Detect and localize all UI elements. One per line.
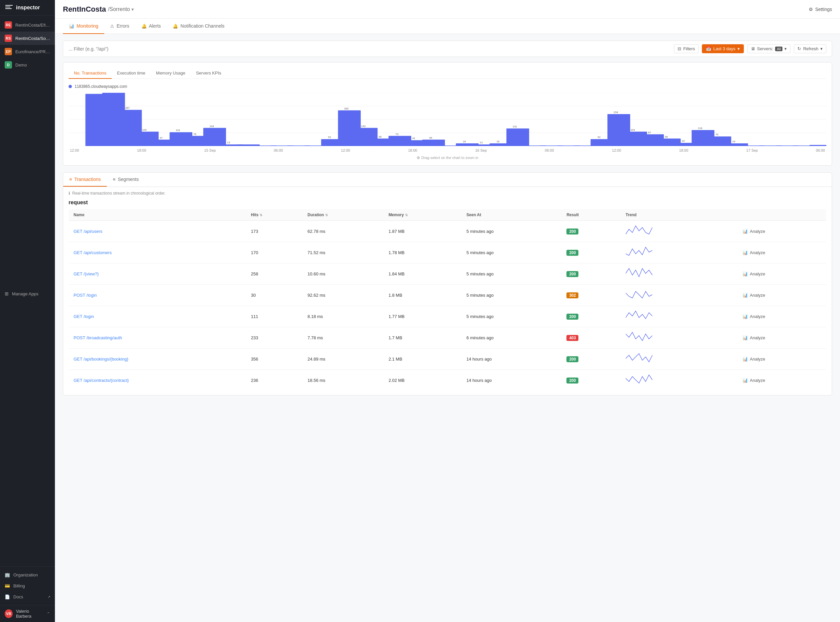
analyze-button[interactable]: 📊 Analyze [742,229,822,234]
user-name: Valerio Barbera [16,609,43,619]
date-range-button[interactable]: 📅 Last 3 days ▾ [702,44,744,53]
status-badge: 200 [567,271,579,277]
analyze-label: Analyze [750,357,765,361]
status-badge: 403 [567,335,579,341]
svg-text:19: 19 [463,140,466,143]
chart-tab-execution-time[interactable]: Execution time [112,68,151,79]
col-label: Duration [307,213,324,217]
sidebar-bottom: 🏢 Organization 💳 Billing 📄 Docs ↗ [0,566,55,605]
analyze-button[interactable]: 📊 Analyze [742,335,822,340]
chart-area[interactable]: 3843922671044710176134135226213355734145… [69,93,826,152]
app-name: inspector [16,5,40,11]
sort-icon[interactable]: ⇅ [260,213,262,217]
transaction-link[interactable]: GET /login [73,314,94,319]
tab-alerts[interactable]: 🔔 Alerts [136,18,167,34]
sidebar-item-demo[interactable]: D Demo [0,58,55,72]
chart-tab-no-transactions[interactable]: No. Transactions [69,68,112,79]
table-header-row: NameHits ⇅Duration ⇅Memory ⇅Seen AtResul… [69,209,826,221]
svg-text:134: 134 [209,125,214,128]
cell-duration: 62.78 ms [303,221,384,242]
cell-trend [621,285,738,306]
servers-button[interactable]: 🖥 Servers: All ▾ [747,44,791,53]
analyze-button[interactable]: 📊 Analyze [742,314,822,319]
transaction-link[interactable]: GET /api/bookings/{booking} [73,357,128,361]
analyze-button[interactable]: 📊 Analyze [742,357,822,361]
transaction-link[interactable]: GET /api/users [73,229,102,234]
avatar-initials: VB [6,612,11,616]
cell-duration: 18.56 ms [303,370,384,391]
gear-icon: ⚙ [809,7,813,12]
svg-text:19: 19 [732,140,735,143]
cell-trend [621,264,738,285]
svg-rect-78 [809,145,826,146]
header-hits[interactable]: Hits ⇅ [246,209,303,221]
tab-errors[interactable]: ⚠ Errors [104,18,135,34]
transaction-link[interactable]: POST /login [73,293,97,298]
branch-chevron-icon[interactable]: ▾ [131,7,134,12]
x-axis-label: 12:00 [612,148,622,152]
filter-input[interactable] [69,46,670,52]
transaction-link[interactable]: GET /api/contracts/{contract} [73,378,129,383]
transaction-link[interactable]: GET /api/customers [73,250,112,255]
tab-notification-channels[interactable]: 🔔 Notification Channels [167,18,230,34]
analyze-icon: 📊 [742,378,748,383]
chart-tabs: No. TransactionsExecution timeMemory Usa… [69,68,826,79]
analyze-button[interactable]: 📊 Analyze [742,271,822,276]
sort-icon[interactable]: ⇅ [325,213,328,217]
chart-tab-memory-usage[interactable]: Memory Usage [151,68,191,79]
analyze-button[interactable]: 📊 Analyze [742,293,822,298]
x-axis-label: 15 Sep [204,148,216,152]
cell-analyze: 📊 Analyze [738,306,826,327]
sidebar-item-rentincosta-sorr[interactable]: RS RentInCosta/Sorr... [0,32,55,45]
tab-label: Errors [116,23,129,29]
cell-hits: 173 [246,221,303,242]
avatar: VB [5,609,13,618]
sidebar-item-organization[interactable]: 🏢 Organization [0,569,55,581]
sidebar-item-billing[interactable]: 💳 Billing [0,581,55,592]
chevron-down-icon: ⌃ [47,611,50,616]
svg-text:101: 101 [176,129,180,132]
cell-analyze: 📊 Analyze [738,327,826,349]
header-duration[interactable]: Duration ⇅ [303,209,384,221]
sparkline [626,245,659,259]
chart-hint-text: Drag-select on the chart to zoom in [422,156,478,160]
manage-apps-item[interactable]: ⊞ Manage Apps [0,288,55,299]
transaction-link[interactable]: GET /{view?} [73,271,99,276]
app-branch: /Sorrento ▾ [108,6,134,12]
errors-icon: ⚠ [110,24,114,29]
cell-seen-at: 5 minutes ago [462,285,562,306]
sidebar-user[interactable]: VB Valerio Barbera ⌃ [0,605,55,622]
analyze-button[interactable]: 📊 Analyze [742,250,822,255]
cell-result: 200 [562,221,621,242]
cell-analyze: 📊 Analyze [738,370,826,391]
sidebar-item-rentincosta-efisio[interactable]: RE RentInCosta/Efisio [0,18,55,32]
svg-text:87: 87 [648,131,651,134]
analyze-button[interactable]: 📊 Analyze [742,378,822,383]
cell-duration: 24.89 ms [303,349,384,370]
refresh-button[interactable]: ↻ Refresh ▾ [794,44,826,53]
chart-tab-servers-kpis[interactable]: Servers KPIs [191,68,227,79]
svg-text:13: 13 [480,141,483,144]
header-memory[interactable]: Memory ⇅ [384,209,461,221]
svg-text:13: 13 [227,141,230,144]
cell-seen-at: 5 minutes ago [462,306,562,327]
cell-duration: 92.62 ms [303,285,384,306]
x-axis-label: 18:00 [679,148,689,152]
sparkline [626,267,659,280]
filters-button[interactable]: ⊟ Filters [674,44,699,53]
sidebar-bottom-label: Organization [13,572,38,578]
settings-button[interactable]: ⚙ Settings [809,7,832,12]
status-badge: 200 [567,378,579,384]
section-tab-segments[interactable]: ≡Segments [107,172,145,187]
sidebar-item-docs[interactable]: 📄 Docs ↗ [0,592,55,602]
cell-memory: 1.77 MB [384,306,461,327]
sidebar-apps-list: RE RentInCosta/Efisio RS RentInCosta/Sor… [0,16,55,288]
sidebar-item-eurofinance-prod[interactable]: EP Eurofinance/PROD [0,45,55,58]
x-axis-label: 18:00 [137,148,147,152]
cell-trend [621,327,738,349]
status-badge: 200 [567,250,579,256]
section-tab-transactions[interactable]: ≡Transactions [63,172,107,187]
transaction-link[interactable]: POST /broadcasting/auth [73,335,122,340]
sort-icon[interactable]: ⇅ [405,213,408,217]
tab-monitoring[interactable]: 📊 Monitoring [63,18,104,34]
